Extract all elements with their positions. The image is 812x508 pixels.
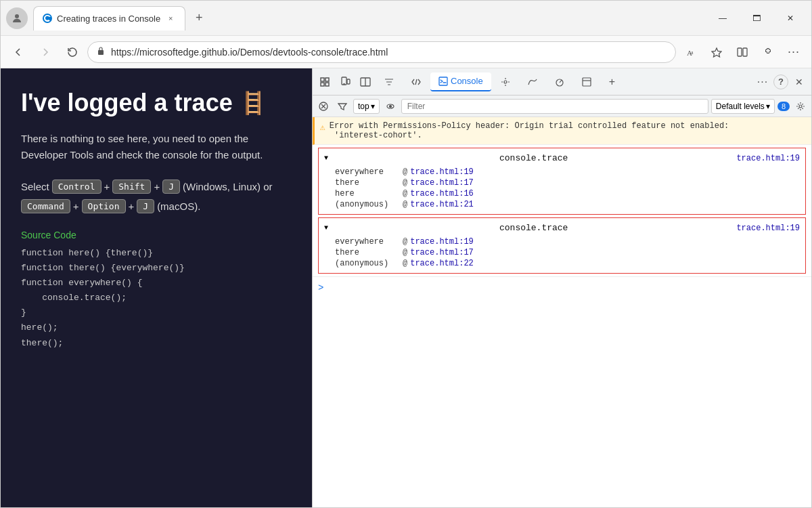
svg-point-0 — [15, 14, 19, 18]
trace-fn: (anonymous) — [335, 259, 403, 268]
trace-fn: here — [335, 189, 403, 198]
nav-bar: https://microsoftedge.github.io/Demos/de… — [1, 36, 811, 68]
refresh-button[interactable] — [60, 40, 85, 64]
levels-select[interactable]: Default levels ▾ — [711, 99, 775, 114]
extensions-button[interactable] — [756, 40, 780, 64]
web-page-panel: I've logged a trace 🪜 There is nothing t… — [1, 68, 312, 507]
favorites-button[interactable] — [704, 40, 729, 64]
console-tab-label: Console — [451, 76, 483, 86]
shortcut1-suffix: (Windows, Linux) or — [183, 181, 273, 192]
split-panels-button[interactable] — [356, 72, 375, 91]
eye-button[interactable] — [382, 98, 399, 114]
more-button[interactable]: ··· — [782, 40, 806, 64]
split-view-button[interactable] — [730, 40, 754, 64]
trace-at: @ — [403, 237, 407, 247]
trace-file[interactable]: trace.html:19 — [410, 237, 474, 247]
trace-header-1[interactable]: ▼ console.trace trace.html:19 — [319, 151, 805, 165]
trace-toggle-1: ▼ — [324, 154, 328, 162]
context-value: top — [358, 102, 369, 111]
trace-file[interactable]: trace.html:17 — [410, 178, 474, 188]
console-prompt: > — [313, 276, 811, 299]
minimize-button[interactable]: — — [707, 7, 738, 29]
tab-add[interactable]: + — [601, 72, 623, 91]
more-tools-button[interactable]: ··· — [753, 72, 772, 91]
levels-dropdown-icon: ▾ — [766, 102, 770, 111]
tab-close-button[interactable]: × — [164, 12, 177, 24]
svg-rect-7 — [743, 48, 747, 56]
new-tab-button[interactable]: + — [188, 7, 210, 29]
content-area: I've logged a trace 🪜 There is nothing t… — [1, 68, 811, 507]
console-content: ⚠ Error with Permissions-Policy header: … — [313, 117, 811, 507]
source-label: Source Code — [21, 230, 292, 240]
tab-code[interactable] — [403, 72, 429, 91]
address-bar[interactable]: https://microsoftedge.github.io/Demos/de… — [87, 41, 676, 63]
trace-link-2[interactable]: trace.html:19 — [736, 224, 800, 233]
shortcut-line-1: Select Control + Shift + J (Windows, Lin… — [21, 179, 292, 194]
trace-header-2[interactable]: ▼ console.trace trace.html:19 — [319, 221, 805, 235]
close-button[interactable]: ✕ — [775, 7, 806, 29]
read-aloud-button[interactable]: Aa — [679, 40, 703, 64]
active-tab[interactable]: Creating traces in Console × — [33, 6, 185, 30]
trace-name-1: console.trace — [499, 153, 568, 163]
devtools-panel: Console + ··· ? ✕ — [312, 68, 811, 507]
trace-at: @ — [403, 189, 407, 198]
code-line-6: here(); — [21, 320, 292, 335]
devtools-toolbar: Console + ··· ? ✕ — [313, 68, 811, 96]
trace-row: (anonymous) @ trace.html:22 — [319, 258, 805, 269]
context-dropdown-icon: ▾ — [371, 102, 375, 111]
inspect-element-button[interactable] — [315, 72, 334, 91]
window-controls: — 🗖 ✕ — [707, 7, 806, 29]
trace-file[interactable]: trace.html:21 — [410, 200, 474, 209]
trace-row: everywhere @ trace.html:19 — [319, 167, 805, 177]
trace-file[interactable]: trace.html:17 — [410, 248, 474, 257]
trace-file[interactable]: trace.html:16 — [410, 189, 474, 198]
trace-at: @ — [403, 259, 407, 268]
svg-text:a: a — [691, 49, 694, 56]
close-devtools-button[interactable]: ✕ — [790, 72, 809, 91]
code-line-3: function everywhere() { — [21, 276, 292, 291]
error-text: Error with Permissions-Policy header: Or… — [330, 121, 729, 140]
trace-file[interactable]: trace.html:19 — [410, 167, 474, 177]
forward-button[interactable] — [33, 40, 58, 64]
maximize-button[interactable]: 🗖 — [741, 7, 772, 29]
source-code-section: Source Code function here() {there()} fu… — [21, 230, 292, 351]
filter-toggle-button[interactable] — [334, 98, 351, 114]
key-j-2: J — [137, 199, 154, 213]
tab-sources[interactable] — [493, 72, 518, 91]
warning-icon: ⚠ — [320, 122, 325, 133]
svg-point-26 — [389, 105, 391, 107]
code-line-4: console.trace(); — [21, 291, 292, 305]
profile-icon[interactable] — [6, 7, 28, 29]
tab-performance[interactable] — [547, 72, 572, 91]
trace-rows-2: everywhere @ trace.html:19 there @ trace… — [319, 235, 805, 270]
filter-input[interactable] — [401, 99, 708, 114]
tab-elements[interactable] — [376, 72, 402, 91]
svg-rect-10 — [321, 83, 324, 86]
clear-console-button[interactable] — [315, 98, 332, 114]
page-description: There is nothing to see here, you need t… — [21, 131, 292, 163]
back-button[interactable] — [6, 40, 30, 64]
device-toolbar-button[interactable] — [336, 72, 355, 91]
trace-fn: there — [335, 248, 403, 257]
ladder-emoji: 🪜 — [240, 90, 267, 116]
lock-icon — [96, 46, 106, 58]
trace-row: there @ trace.html:17 — [319, 247, 805, 258]
context-select[interactable]: top ▾ — [353, 99, 380, 114]
trace-rows-1: everywhere @ trace.html:19 there @ trace… — [319, 165, 805, 211]
console-settings-button[interactable] — [792, 98, 809, 114]
trace-at: @ — [403, 248, 407, 257]
help-button[interactable]: ? — [773, 75, 788, 89]
svg-marker-5 — [712, 48, 721, 57]
tab-network[interactable] — [520, 72, 545, 91]
permissions-policy-error: ⚠ Error with Permissions-Policy header: … — [313, 117, 811, 145]
trace-link-1[interactable]: trace.html:19 — [736, 154, 800, 163]
shortcut1-prefix: Select — [21, 181, 49, 192]
key-j-1: J — [162, 179, 180, 194]
tab-application[interactable] — [574, 72, 600, 91]
code-line-1: function here() {there()} — [21, 246, 292, 261]
svg-point-14 — [344, 83, 344, 84]
trace-at: @ — [403, 200, 407, 209]
browser-window: Creating traces in Console × + — 🗖 ✕ htt… — [0, 0, 812, 508]
trace-file[interactable]: trace.html:22 — [410, 259, 474, 268]
tab-console[interactable]: Console — [430, 72, 491, 91]
